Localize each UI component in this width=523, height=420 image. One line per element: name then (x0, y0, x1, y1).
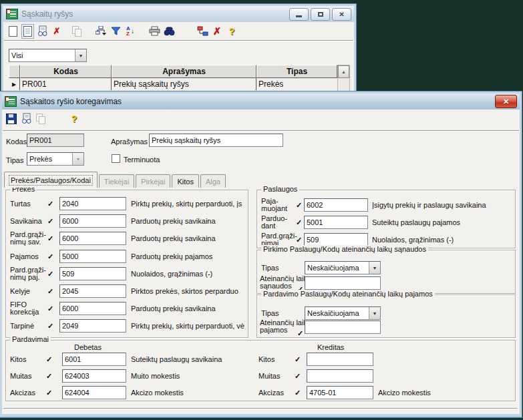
filter-combo[interactable]: Visi ▼ (9, 49, 87, 62)
chevron-down-icon[interactable]: ▼ (72, 153, 83, 165)
toolbar-separator (3, 130, 519, 132)
dialog-client: ? Kodas Tipas Prekės ▼ Aprašymas Terminu… (2, 110, 520, 414)
view-button[interactable] (35, 25, 49, 37)
pard-grazinimu-sav-input[interactable] (59, 232, 126, 245)
pardavimai-group: Pardavimai Debetas Kreditas Kitos✓Suteik… (5, 340, 516, 401)
pirkimo-tipas-combo[interactable]: Neskaičiuojama ▼ (305, 261, 381, 274)
aprasymas-field[interactable] (149, 134, 283, 147)
pajamuojant-desc: Įsigytų prekių ir paslaugų savikaina (372, 201, 514, 209)
list-window-titlebar[interactable]: Sąskaitų ryšys ✕ (3, 6, 354, 22)
kreditas-akcizas-input[interactable] (307, 386, 373, 399)
pard-grazinimu-paj-input[interactable] (59, 267, 126, 280)
table-header: Kodas Aprašymas Tipas (9, 65, 337, 78)
clear-filter-button[interactable]: ✗ (210, 25, 224, 37)
kreditas-kitos-input[interactable] (307, 353, 373, 366)
app-icon (6, 9, 18, 19)
turtas-desc: Pirktų prekių, skirtų perparduoti, įs (131, 200, 246, 208)
relations-icon (197, 26, 208, 37)
copy-button[interactable] (33, 112, 48, 125)
pard-grazinimu-paj-label: Pard.grąži-nimų paj. (10, 266, 49, 281)
modify-icon (21, 113, 32, 124)
pajamos-desc: Parduotų prekių pajamos (131, 252, 246, 260)
hierarchy-button[interactable] (94, 25, 108, 37)
savikaina-input[interactable] (59, 214, 126, 228)
pajamuojant-input[interactable] (304, 198, 368, 212)
pajamos-label: Pajamos (10, 253, 49, 260)
close-icon: ✕ (503, 97, 509, 106)
relations-button[interactable] (195, 25, 210, 37)
open-button[interactable] (20, 25, 35, 37)
chevron-down-icon[interactable]: ▼ (369, 307, 380, 319)
close-button[interactable]: ✕ (332, 8, 351, 21)
kelyje-input[interactable] (59, 284, 126, 298)
tab-prekes-paslaugos-kodai[interactable]: Prekės/Paslaugos/Kodai (4, 172, 98, 188)
new-icon (9, 26, 17, 37)
check-mark-icon: ✓ (295, 389, 301, 397)
debetas-header: Debetas (74, 343, 102, 351)
tab-tiekejai[interactable]: Tiekėjai (99, 174, 135, 188)
tab-alga[interactable]: Alga (200, 174, 226, 188)
dialog-close-button[interactable]: ✕ (495, 95, 517, 108)
turtas-input[interactable] (59, 197, 126, 210)
save-icon (6, 114, 17, 124)
aprasymas-label: Aprašymas (111, 138, 148, 146)
tipas-combo[interactable]: Prekės ▼ (27, 152, 84, 166)
ateinanciu-laiku-pajamos-input[interactable] (305, 321, 381, 334)
minimize-button[interactable] (289, 8, 309, 21)
bottom-separator (3, 408, 517, 409)
maximize-button[interactable] (311, 8, 330, 21)
cell-aprasymas: Prekių sąskaitų ryšys (112, 78, 256, 90)
help-button[interactable]: ? (67, 112, 81, 125)
kreditas-header: Kreditas (317, 343, 344, 351)
terminuota-label: Terminuota (124, 156, 160, 164)
filter-button[interactable] (108, 25, 123, 37)
tab-pirkejai[interactable]: Pirkėjai (136, 174, 170, 188)
check-mark-icon: ✓ (47, 304, 53, 313)
ateinanciu-laiku-sanaudos-input[interactable] (305, 276, 381, 290)
delete-button[interactable]: ✗ (49, 25, 64, 37)
pirkimo-group: Pirkimo Paslaugų/Kodų ateinančių laikų s… (256, 250, 516, 294)
parduodant-input[interactable] (304, 216, 368, 229)
tarpine-input[interactable] (59, 319, 126, 333)
check-mark-icon: ✓ (296, 201, 302, 210)
copy-icon (36, 114, 45, 124)
tab-kitos[interactable]: Kitos (172, 174, 198, 188)
filter-icon (111, 26, 121, 36)
chevron-down-icon[interactable]: ▼ (369, 262, 380, 274)
new-button[interactable] (5, 25, 20, 37)
copy-button[interactable] (69, 25, 84, 37)
check-mark-icon: ✓ (295, 355, 301, 364)
pajamuojant-label: Paja-muojant (261, 198, 299, 212)
modify-button[interactable] (19, 112, 33, 125)
pard-grazinimai-input[interactable] (304, 233, 368, 246)
column-header-kodas[interactable]: Kodas (20, 65, 112, 78)
pajamos-input[interactable] (59, 250, 126, 263)
find-button[interactable] (162, 25, 176, 37)
check-mark-icon: ✓ (297, 329, 303, 338)
kreditas-kitos-label: Kitos (258, 356, 292, 363)
help-button[interactable]: ? (224, 25, 239, 37)
check-mark-icon: ✓ (47, 322, 53, 331)
pardavimo-tipas-combo[interactable]: Neskaičiuojama ▼ (305, 306, 381, 320)
kreditas-akcizas-desc: Akcizo mokestis (378, 389, 514, 397)
table-row[interactable]: ▶ PR001 Prekių sąskaitų ryšys Prekės (9, 78, 337, 90)
sort-button[interactable]: AZ ↓ (123, 25, 138, 37)
terminuota-checkbox[interactable] (112, 154, 120, 163)
pirkimo-group-title: Pirkimo Paslaugų/Kodų ateinančių laikų s… (261, 245, 428, 253)
fifo-korekcija-input[interactable] (59, 302, 126, 315)
kodas-field[interactable] (27, 134, 84, 147)
print-button[interactable] (147, 25, 162, 37)
chevron-down-icon[interactable]: ▼ (75, 49, 86, 61)
check-mark-icon: ✓ (47, 287, 53, 296)
savikaina-label: Savikaina (10, 218, 49, 225)
maximize-icon (318, 12, 323, 17)
scroll-up-button[interactable]: ▲ (338, 65, 349, 78)
column-header-tipas[interactable]: Tipas (256, 65, 337, 78)
column-header-aprasymas[interactable]: Aprašymas (112, 65, 256, 78)
pirkimo-tipas-label: Tipas (261, 264, 279, 272)
dialog-titlebar[interactable]: Sąskaitos ryšio koregavimas ✕ (2, 93, 520, 110)
help-icon: ? (71, 114, 77, 124)
print-icon (149, 26, 160, 36)
save-button[interactable] (4, 112, 19, 125)
kreditas-muitas-input[interactable] (307, 369, 373, 383)
